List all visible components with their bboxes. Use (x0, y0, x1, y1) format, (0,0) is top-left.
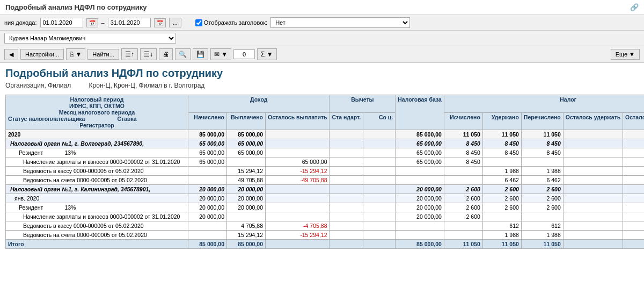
report-subtitle: Организация, Филиал Крон-Ц, Крон-Ц. Фили… (5, 82, 639, 89)
cell-period: Ведомость на счета 0000-000005 от 05.02.… (6, 176, 188, 185)
header-tax: Налог (444, 95, 644, 113)
link-icon: 🔗 (630, 3, 639, 11)
cell-period: Начисление зарплаты и взносов 0000-00000… (6, 212, 188, 221)
header-tax-calc: Исчислено (444, 112, 482, 130)
table-row: Начисление зарплаты и взносов 0000-00000… (6, 157, 645, 167)
header-accrued: Начислено (188, 112, 227, 130)
employee-select[interactable]: Кураев Назар Магомедович (4, 33, 176, 44)
preview-btn[interactable]: 🔍 (175, 48, 191, 60)
table-row: Начисление зарплаты и взносов 0000-00000… (6, 212, 645, 221)
title-bar: Подробный анализ НДФЛ по сотруднику 🔗 (0, 0, 644, 15)
cell-period: Резидент13% (6, 148, 188, 157)
date-from-input[interactable] (40, 18, 83, 27)
cell-period: Резидент13% (6, 203, 188, 212)
show-header-text: Отображать заголовок: (204, 19, 267, 26)
date-from-label: ния дохода: (4, 19, 37, 26)
back-btn[interactable]: ◀ (4, 49, 18, 60)
header-tax-held: Удержано (482, 112, 521, 130)
total-row: Итого85 000,0085 000,0085 000,0011 05011… (6, 240, 645, 249)
report-area: Подробный анализ НДФЛ по сотруднику Орга… (0, 63, 644, 253)
cell-period: Начисление зарплаты и взносов 0000-00000… (6, 157, 188, 167)
cell-period: Налоговый орган №1, г. Волгоград, 234567… (6, 139, 188, 148)
table-body: 202085 000,0085 000,0085 000,0011 05011 … (6, 130, 645, 249)
table-header-row-1: Налоговый период ИФНС, КПП, ОКТМО Месяц … (6, 95, 645, 113)
cell-period: янв. 2020 (6, 194, 188, 203)
cell-period: Ведомость в кассу 0000-000005 от 05.02.2… (6, 167, 188, 176)
table-row: Резидент13%20 000,0020 000,0020 000,002 … (6, 203, 645, 212)
list-asc-btn[interactable]: ☰↑ (121, 48, 138, 60)
table-row: Резидент13%65 000,0065 000,0065 000,008 … (6, 148, 645, 157)
list-desc-btn[interactable]: ☰↓ (140, 48, 157, 60)
window-title: Подробный анализ НДФЛ по сотруднику (5, 3, 147, 11)
report-title: Подробный анализ НДФЛ по сотруднику (5, 67, 639, 80)
header-deductions: Вычеты (330, 95, 396, 113)
header-standard: Ста ндарт. (330, 112, 363, 130)
show-header-select[interactable]: Нет (270, 17, 410, 28)
report-table: Налоговый период ИФНС, КПП, ОКТМО Месяц … (5, 95, 644, 249)
save-btn[interactable]: 💾 (193, 48, 208, 60)
find-btn[interactable]: Найти... (87, 49, 119, 60)
table-row: Налоговый орган №1, г. Волгоград, 234567… (6, 139, 645, 148)
email-btn[interactable]: ✉ ▼ (210, 48, 231, 60)
header-period: Налоговый период ИФНС, КПП, ОКТМО Месяц … (6, 95, 188, 130)
header-tax-transferred: Перечислено (521, 112, 563, 130)
header-paid: Выплачено (227, 112, 266, 130)
table-row: Ведомость на счета 0000-000005 от 05.02.… (6, 231, 645, 240)
toolbar-row-3: ◀ Настройки... ⎘ ▼ Найти... ☰↑ ☰↓ 🖨 🔍 💾 … (0, 46, 644, 63)
org-label: Организация, Филиал (5, 82, 71, 89)
copy-btn[interactable]: ⎘ ▼ (66, 48, 85, 60)
date-to-calendar-btn[interactable]: 📅 (154, 18, 166, 27)
header-social: Со ц. (363, 112, 396, 130)
header-remains-pay: Осталось выплатить (266, 112, 330, 130)
header-remains-transfer: Осталось перечислить (623, 112, 644, 130)
print-btn[interactable]: 🖨 (159, 48, 173, 60)
table-row: Ведомость в кассу 0000-000005 от 05.02.2… (6, 167, 645, 176)
esche-btn[interactable]: Еще ▼ (611, 49, 640, 60)
show-header-checkbox[interactable] (195, 19, 202, 26)
date-from-calendar-btn[interactable]: 📅 (86, 18, 98, 27)
header-remains-hold: Осталось удержать (563, 112, 623, 130)
cell-period: Ведомость в кассу 0000-000005 от 05.02.2… (6, 221, 188, 231)
header-income: Доход (188, 95, 330, 113)
toolbar-row-1: ния дохода: 📅 – 📅 ... Отображать заголов… (0, 15, 644, 31)
dots-btn[interactable]: ... (169, 18, 181, 27)
number-input[interactable] (233, 49, 255, 59)
org-value: Крон-Ц, Крон-Ц. Филиал в г. Волгоград (89, 82, 205, 89)
table-row: Налоговый орган №1, г. Калининград, 3456… (6, 185, 645, 194)
cell-period: Ведомость на счета 0000-000005 от 05.02.… (6, 231, 188, 240)
toolbar-row-2: Кураев Назар Магомедович (0, 31, 644, 46)
sigma-btn[interactable]: Σ ▼ (257, 48, 277, 60)
cell-period: 2020 (6, 130, 188, 139)
settings-btn[interactable]: Настройки... (20, 49, 64, 60)
table-row: Ведомость в кассу 0000-000005 от 05.02.2… (6, 221, 645, 231)
show-header-label[interactable]: Отображать заголовок: (195, 19, 267, 26)
table-row: янв. 202020 000,0020 000,0020 000,002 60… (6, 194, 645, 203)
header-tax-base: Налоговая база (396, 95, 444, 130)
table-row: 202085 000,0085 000,0085 000,0011 05011 … (6, 130, 645, 139)
date-to-input[interactable] (108, 18, 151, 27)
cell-period: Налоговый орган №1, г. Калининград, 3456… (6, 185, 188, 194)
table-row: Ведомость на счета 0000-000005 от 05.02.… (6, 176, 645, 185)
